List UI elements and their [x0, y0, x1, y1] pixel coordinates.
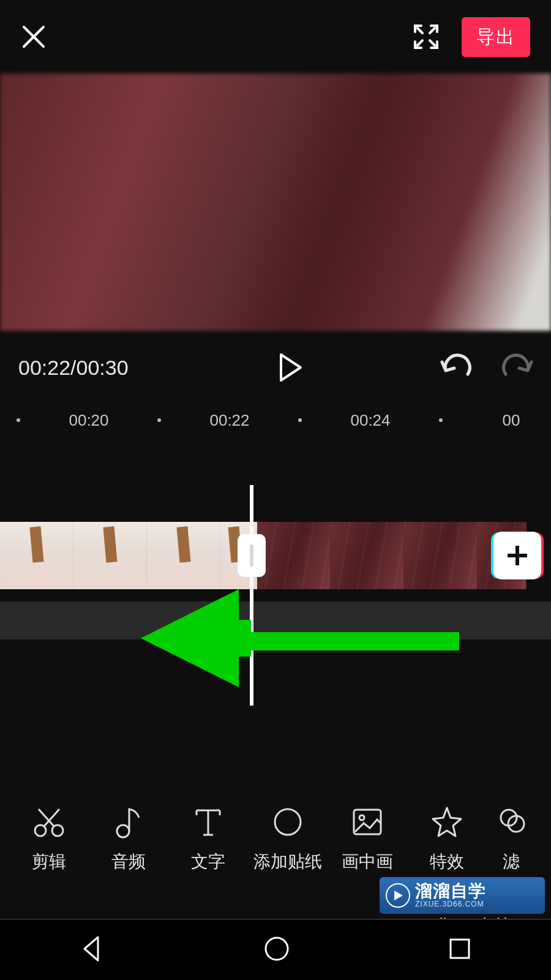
tool-label: 文字 [191, 850, 225, 873]
moon-icon [272, 805, 303, 839]
preview-frame [0, 74, 551, 331]
svg-rect-8 [354, 810, 381, 834]
ruler-dot [439, 418, 443, 422]
clip-thumb[interactable] [0, 522, 73, 589]
playhead-handle[interactable] [238, 534, 266, 577]
time-display: 00:22/00:30 [18, 356, 178, 380]
ruler-mark: 00:22 [209, 411, 249, 430]
picture-icon [351, 805, 383, 839]
star-icon [430, 805, 463, 839]
svg-point-6 [117, 825, 129, 837]
ruler-mark: 00:20 [69, 411, 108, 430]
tool-label: 剪辑 [32, 850, 66, 873]
add-clip-button[interactable] [493, 532, 541, 579]
tool-filter[interactable]: 滤 [487, 805, 536, 873]
playback-bar: 00:22/00:30 [0, 331, 551, 404]
play-logo-icon [386, 883, 410, 908]
clip-track[interactable] [0, 522, 551, 589]
clip-thumb[interactable] [73, 522, 147, 589]
redo-icon[interactable] [502, 353, 533, 382]
scissors-icon [32, 805, 66, 839]
music-note-icon [114, 805, 143, 839]
audio-track[interactable] [0, 601, 551, 639]
watermark-badge: 溜溜自学 ZIXUE.3D66.COM [380, 877, 545, 914]
tool-effects[interactable]: 特效 [407, 805, 487, 873]
tool-pip[interactable]: 画中画 [328, 805, 407, 873]
nav-recent-icon[interactable] [447, 936, 473, 964]
nav-back-icon[interactable] [78, 935, 107, 965]
export-button[interactable]: 导出 [462, 17, 530, 57]
svg-rect-13 [451, 940, 469, 958]
text-t-icon [194, 805, 222, 839]
clip-thumb[interactable] [257, 522, 331, 589]
ruler-mark: 00:24 [350, 411, 390, 430]
clip-thumb[interactable] [331, 522, 404, 589]
playhead-line [250, 485, 253, 706]
watermark-brand: 溜溜自学 [415, 883, 486, 900]
tool-label: 滤 [503, 850, 520, 873]
clip-thumb[interactable] [404, 522, 478, 589]
svg-point-9 [359, 815, 364, 820]
tool-sticker[interactable]: 添加贴纸 [248, 805, 328, 873]
tool-label: 特效 [430, 850, 464, 873]
tool-label: 画中画 [342, 850, 393, 873]
tool-audio[interactable]: 音频 [89, 805, 168, 873]
ruler-dot [17, 418, 20, 422]
svg-point-7 [275, 809, 301, 835]
svg-point-4 [35, 825, 46, 836]
top-bar: 导出 [0, 0, 551, 74]
tool-label: 添加贴纸 [253, 850, 322, 873]
fullscreen-icon[interactable] [411, 22, 441, 51]
tool-text[interactable]: 文字 [168, 805, 248, 873]
timeline-ruler[interactable]: 00:20 00:22 00:24 00 [0, 404, 551, 436]
ruler-dot [157, 418, 161, 422]
ruler-dot [298, 418, 302, 422]
svg-point-12 [266, 938, 288, 960]
tool-cut[interactable]: 剪辑 [9, 805, 89, 873]
filter-icon [499, 805, 523, 839]
watermark-site: ZIXUE.3D66.COM [415, 900, 486, 908]
play-button[interactable] [178, 353, 404, 382]
video-preview[interactable] [0, 74, 551, 331]
timeline[interactable] [0, 485, 551, 742]
nav-home-icon[interactable] [263, 935, 291, 965]
close-icon[interactable] [21, 24, 47, 50]
ruler-mark: 00 [503, 411, 520, 430]
android-navbar [0, 919, 551, 980]
svg-point-5 [52, 825, 63, 836]
undo-icon[interactable] [441, 353, 471, 382]
clip-thumb[interactable] [147, 522, 220, 589]
tool-label: 音频 [111, 850, 146, 873]
